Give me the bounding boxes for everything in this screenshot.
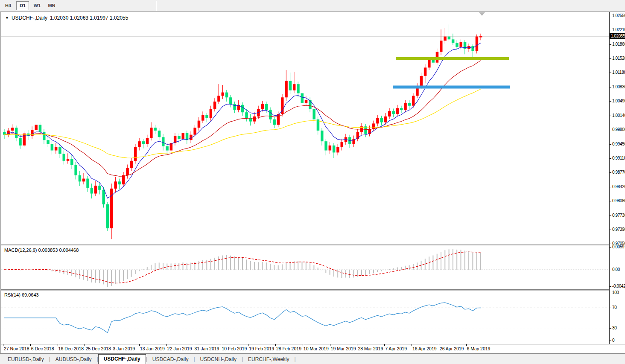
candle-body [305,100,308,103]
candle-body [142,141,145,144]
symbol-tab-audusd[interactable]: AUDUSD-,Daily [50,355,97,364]
date-tick [357,344,357,346]
axis-label: 30 [612,326,625,330]
candle-body [297,84,300,93]
candle-body [384,116,387,122]
axis-tick [610,144,611,145]
candle-body [309,100,312,109]
candle-body [412,96,415,105]
candle-body [193,128,196,135]
date-tick [221,344,221,346]
date-label: 27 Nov 2018 [4,346,29,351]
candle-body [118,181,121,184]
symbol-tab-usdchf[interactable]: USDCHF-,Daily [98,354,146,364]
timeframe-tab-h4[interactable]: H4 [2,1,15,10]
candle-body [400,108,403,110]
chart-dropdown-icon[interactable]: ▼ [5,16,9,20]
date-label: 13 Jan 2019 [140,346,165,351]
date-tick [439,344,439,346]
candle-body [198,121,201,128]
macd-chart-canvas[interactable] [1,246,609,289]
candle-body [130,161,133,168]
axis-label: 70 [612,305,625,310]
candle-body [202,115,204,121]
symbol-tab-usdcad[interactable]: USDCAD-,Daily [147,355,194,364]
date-tick [30,344,31,346]
axis-tick [610,30,611,30]
candle-body [213,102,216,109]
axis-tick [610,270,611,270]
candle-body [126,168,129,175]
axis-tick [610,172,611,173]
date-label: 25 Dec 2018 [85,346,111,351]
rsi-chart-canvas[interactable] [1,291,609,344]
date-label: 6 Dec 2018 [31,346,54,351]
timeframe-tab-mn[interactable]: MN [45,1,58,10]
support-line[interactable] [393,85,510,88]
date-label: 26 Apr 2019 [440,346,464,351]
date-axis[interactable]: 27 Nov 20186 Dec 201816 Dec 201825 Dec 2… [1,344,625,353]
macd-panel[interactable] [1,246,609,289]
axis-tick [610,247,611,248]
date-tick [166,344,167,346]
candle-body [15,128,18,138]
axis-label: 0 [612,338,625,343]
candle-body [98,186,101,190]
price-axis[interactable]: 1.02055 1.025501.022101.018601.015201.01… [609,12,625,344]
candle-body [58,147,61,154]
timeframe-tab-d1[interactable]: D1 [16,1,29,10]
symbol-tab-bar: EURUSD-,Daily|AUDUSD-,Daily|USDCHF-,Dail… [0,353,625,364]
slow-ma-line [4,89,481,158]
date-tick [412,344,412,346]
candle-body [51,144,54,151]
rsi-line [4,303,481,333]
axis-label: 0.00 [612,267,625,272]
rsi-label: RSI(14) 69.0643 [4,292,39,297]
timeframe-tab-w1[interactable]: W1 [31,1,44,10]
candle-body [102,190,105,204]
rsi-panel[interactable] [1,291,609,344]
main-chart-panel[interactable] [1,12,609,245]
chart-symbol-label: USDCHF-,Daily [12,15,47,21]
axis-tick [610,308,611,308]
axis-label: 0.98080 [612,198,625,203]
date-label: 10 Feb 2019 [222,346,247,351]
date-label: 3 Jan 2019 [113,346,135,351]
candle-body [47,140,50,144]
candle-body [166,146,169,151]
candle-body [329,146,332,151]
candle-body [460,42,463,47]
date-tick [112,344,112,346]
candle-body [444,37,447,41]
candle-body [222,93,225,96]
candle-body [476,37,479,51]
candle-body [253,116,256,122]
candle-body [301,93,304,103]
date-tick [194,344,194,346]
symbol-tab-usdcnh[interactable]: USDCNH-,Daily [195,355,242,364]
symbol-tab-eurchf[interactable]: EURCHF-,Weekly [243,355,294,364]
candle-body [70,159,73,165]
candle-body [404,103,407,110]
date-tick [58,344,58,346]
candle-body [86,179,89,188]
candle-body [138,141,141,147]
axis-tick [610,328,611,329]
axis-label: 1.02210 [612,27,625,32]
candle-body [440,41,443,52]
axis-label: 0.00597 [612,245,625,249]
candle-body [285,81,288,97]
axis-label: 1.01860 [612,42,625,47]
candle-body [333,146,336,153]
axis-label: 1.01180 [612,70,625,75]
symbol-tab-eurusd[interactable]: EURUSD-,Daily [3,355,49,364]
chart-shift-marker-icon[interactable] [479,12,485,16]
candle-body [162,137,165,146]
resistance-line[interactable] [396,57,509,60]
candle-body [63,154,66,161]
axis-label: 0.99800 [612,127,625,132]
axis-tick [610,130,611,130]
candle-body [312,109,315,119]
candlestick-chart-canvas[interactable] [1,12,609,245]
candle-body [424,67,427,76]
